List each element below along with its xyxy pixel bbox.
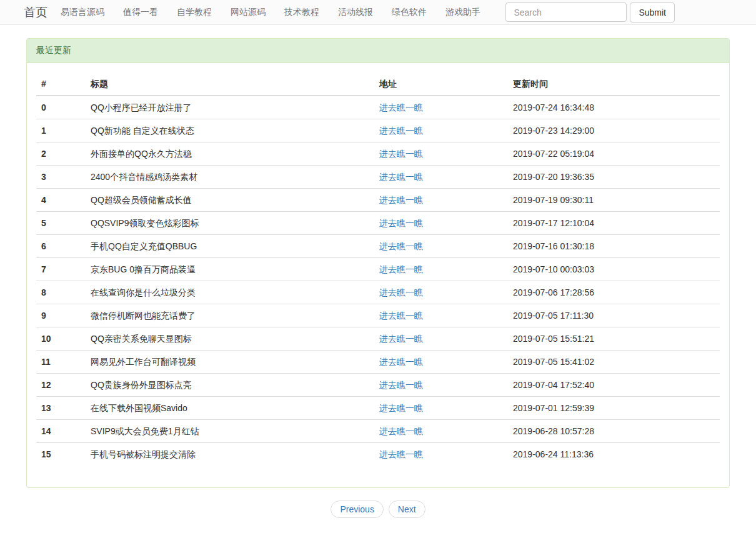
- submit-button[interactable]: Submit: [630, 2, 675, 22]
- row-time: 2019-07-20 19:36:35: [508, 166, 720, 189]
- nav-item-link[interactable]: 自学教程: [167, 7, 221, 18]
- table-row: 7 京东BUG 0撸百万商品装逼 进去瞧一瞧 2019-07-10 00:03:…: [36, 258, 720, 281]
- row-link[interactable]: 进去瞧一瞧: [379, 426, 423, 436]
- row-time: 2019-06-24 11:13:36: [508, 443, 720, 466]
- table-row: 12 QQ贵族身份外显图标点亮 进去瞧一瞧 2019-07-04 17:52:4…: [36, 374, 720, 397]
- table-row: 8 在线查询你是什么垃圾分类 进去瞧一瞧 2019-07-06 17:28:56: [36, 281, 720, 304]
- row-link[interactable]: 进去瞧一瞧: [379, 287, 423, 297]
- row-title: QQ小程序已经开放注册了: [86, 96, 374, 119]
- row-title: QQ亲密关系免聊天显图标: [86, 327, 374, 351]
- row-link[interactable]: 进去瞧一瞧: [379, 311, 423, 321]
- table-row: 10 QQ亲密关系免聊天显图标 进去瞧一瞧 2019-07-05 15:51:2…: [36, 327, 720, 351]
- table-row: 4 QQ超级会员领储蓄成长值 进去瞧一瞧 2019-07-19 09:30:11: [36, 189, 720, 212]
- nav-item-link[interactable]: 绿色软件: [382, 7, 436, 18]
- row-time: 2019-07-17 12:10:04: [508, 212, 720, 235]
- nav-item-link[interactable]: 活动线报: [329, 7, 382, 18]
- row-link[interactable]: 进去瞧一瞧: [379, 218, 423, 228]
- nav-item-link[interactable]: 易语言源码: [51, 7, 114, 18]
- row-index: 7: [36, 258, 86, 281]
- row-time: 2019-07-05 17:11:30: [508, 304, 720, 327]
- row-index: 6: [36, 235, 86, 258]
- row-link[interactable]: 进去瞧一瞧: [379, 357, 423, 367]
- row-title: 在线查询你是什么垃圾分类: [86, 281, 374, 304]
- table-row: 5 QQSVIP9领取变色炫彩图标 进去瞧一瞧 2019-07-17 12:10…: [36, 212, 720, 235]
- search-input[interactable]: [505, 2, 627, 22]
- row-title: 在线下载外国视频Savido: [86, 397, 374, 420]
- row-index: 3: [36, 166, 86, 189]
- row-index: 2: [36, 142, 86, 166]
- row-link[interactable]: 进去瞧一瞧: [379, 241, 423, 251]
- row-link[interactable]: 进去瞧一瞧: [379, 380, 423, 390]
- row-index: 14: [36, 420, 86, 443]
- row-link[interactable]: 进去瞧一瞧: [379, 102, 423, 112]
- row-time: 2019-07-06 17:28:56: [508, 281, 720, 304]
- row-time: 2019-07-04 17:52:40: [508, 374, 720, 397]
- panel-body: # 标题 地址 更新时间 0 QQ小程序已经开放注册了 进去瞧一瞧 2019-0…: [27, 63, 729, 487]
- previous-button[interactable]: Previous: [331, 501, 383, 518]
- row-link[interactable]: 进去瞧一瞧: [379, 195, 423, 205]
- row-title: QQ贵族身份外显图标点亮: [86, 374, 374, 397]
- row-index: 11: [36, 351, 86, 374]
- row-time: 2019-07-05 15:51:21: [508, 327, 720, 351]
- row-title: QQ新功能 自定义在线状态: [86, 119, 374, 142]
- row-time: 2019-07-22 05:19:04: [508, 142, 720, 166]
- row-index: 4: [36, 189, 86, 212]
- row-title: 手机号码被标注明提交清除: [86, 443, 374, 466]
- row-link[interactable]: 进去瞧一瞧: [379, 403, 423, 413]
- row-index: 9: [36, 304, 86, 327]
- row-time: 2019-07-24 16:34:48: [508, 96, 720, 119]
- table-row: 3 2400个抖音情感鸡汤类素材 进去瞧一瞧 2019-07-20 19:36:…: [36, 166, 720, 189]
- nav-item-link[interactable]: 游戏助手: [436, 7, 490, 18]
- row-link[interactable]: 进去瞧一瞧: [379, 264, 423, 274]
- row-title: QQ超级会员领储蓄成长值: [86, 189, 374, 212]
- column-header-time: 更新时间: [508, 72, 720, 96]
- table-row: 0 QQ小程序已经开放注册了 进去瞧一瞧 2019-07-24 16:34:48: [36, 96, 720, 119]
- table-header-row: # 标题 地址 更新时间: [36, 72, 720, 96]
- row-time: 2019-07-19 09:30:11: [508, 189, 720, 212]
- updates-table: # 标题 地址 更新时间 0 QQ小程序已经开放注册了 进去瞧一瞧 2019-0…: [36, 72, 720, 466]
- row-index: 8: [36, 281, 86, 304]
- recent-updates-panel: 最近更新 # 标题 地址 更新时间 0 QQ小程序已经开放注册了 进去瞧一瞧: [26, 38, 730, 488]
- row-link[interactable]: 进去瞧一瞧: [379, 149, 423, 159]
- row-time: 2019-07-16 01:30:18: [508, 235, 720, 258]
- row-index: 1: [36, 119, 86, 142]
- row-time: 2019-07-05 15:41:02: [508, 351, 720, 374]
- row-title: 京东BUG 0撸百万商品装逼: [86, 258, 374, 281]
- nav-item-link[interactable]: 值得一看: [114, 7, 167, 18]
- row-link[interactable]: 进去瞧一瞧: [379, 334, 423, 344]
- nav-brand-home[interactable]: 首页: [24, 4, 47, 21]
- row-title: 网易见外工作台可翻译视频: [86, 351, 374, 374]
- row-time: 2019-06-28 10:57:28: [508, 420, 720, 443]
- column-header-title: 标题: [86, 72, 374, 96]
- row-title: 手机QQ自定义充值QBBUG: [86, 235, 374, 258]
- next-button[interactable]: Next: [389, 501, 425, 518]
- row-time: 2019-07-23 14:29:00: [508, 119, 720, 142]
- row-title: QQSVIP9领取变色炫彩图标: [86, 212, 374, 235]
- table-row: 9 微信停机断网也能充话费了 进去瞧一瞧 2019-07-05 17:11:30: [36, 304, 720, 327]
- top-navbar: 首页 易语言源码值得一看自学教程网站源码技术教程活动线报绿色软件游戏助手 Sub…: [0, 0, 756, 25]
- table-row: 15 手机号码被标注明提交清除 进去瞧一瞧 2019-06-24 11:13:3…: [36, 443, 720, 466]
- row-index: 15: [36, 443, 86, 466]
- navbar-search-form: Submit: [505, 2, 675, 22]
- row-title: 外面接单的QQ永久方法稳: [86, 142, 374, 166]
- row-link[interactable]: 进去瞧一瞧: [379, 126, 423, 136]
- row-title: SVIP9或大会员免费1月红钻: [86, 420, 374, 443]
- row-index: 5: [36, 212, 86, 235]
- table-row: 2 外面接单的QQ永久方法稳 进去瞧一瞧 2019-07-22 05:19:04: [36, 142, 720, 166]
- row-link[interactable]: 进去瞧一瞧: [379, 172, 423, 182]
- table-row: 1 QQ新功能 自定义在线状态 进去瞧一瞧 2019-07-23 14:29:0…: [36, 119, 720, 142]
- nav-item-link[interactable]: 网站源码: [221, 7, 275, 18]
- nav-item-link[interactable]: 技术教程: [275, 7, 329, 18]
- row-index: 0: [36, 96, 86, 119]
- column-header-index: #: [36, 72, 86, 96]
- row-index: 12: [36, 374, 86, 397]
- table-row: 14 SVIP9或大会员免费1月红钻 进去瞧一瞧 2019-06-28 10:5…: [36, 420, 720, 443]
- table-row: 6 手机QQ自定义充值QBBUG 进去瞧一瞧 2019-07-16 01:30:…: [36, 235, 720, 258]
- main-container: 最近更新 # 标题 地址 更新时间 0 QQ小程序已经开放注册了 进去瞧一瞧: [26, 38, 730, 488]
- row-time: 2019-07-01 12:59:39: [508, 397, 720, 420]
- table-row: 11 网易见外工作台可翻译视频 进去瞧一瞧 2019-07-05 15:41:0…: [36, 351, 720, 374]
- row-link[interactable]: 进去瞧一瞧: [379, 449, 423, 459]
- row-title: 2400个抖音情感鸡汤类素材: [86, 166, 374, 189]
- table-row: 13 在线下载外国视频Savido 进去瞧一瞧 2019-07-01 12:59…: [36, 397, 720, 420]
- row-index: 10: [36, 327, 86, 351]
